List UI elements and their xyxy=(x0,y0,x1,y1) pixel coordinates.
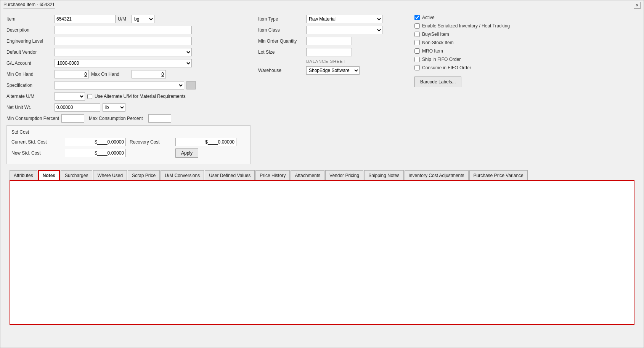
item-label: Item xyxy=(6,16,52,22)
tab-notes[interactable]: Notes xyxy=(38,170,60,180)
tab-um-conversions[interactable]: U/M Conversions xyxy=(161,170,204,180)
lot-size-input[interactable] xyxy=(306,48,352,56)
tabs-bar: Attributes Notes Surcharges Where Used S… xyxy=(6,170,638,180)
tab-shipping-notes[interactable]: Shipping Notes xyxy=(364,170,403,180)
form-section: Item U/M bg Description Engineering Leve… xyxy=(6,15,638,164)
serialized-row: Enable Serialized Inventory / Heat Track… xyxy=(414,23,638,29)
new-std-cost-label: New Std. Cost xyxy=(11,150,61,156)
serialized-checkbox[interactable] xyxy=(414,23,420,29)
default-vendor-row: Default Vendor xyxy=(6,48,251,56)
barcode-labels-button[interactable]: Barcode Labels... xyxy=(414,77,461,87)
gl-account-select[interactable]: 1000-0000 xyxy=(55,59,192,67)
tab-content-notes xyxy=(10,180,634,325)
min-consumption-label: Min Consumption Percent xyxy=(6,116,59,121)
ship-fifo-row: Ship in FIFO Order xyxy=(414,57,638,62)
non-stock-row: Non-Stock Item xyxy=(414,40,638,45)
recovery-cost-input[interactable] xyxy=(175,138,236,146)
balance-sheet-row: BALANCE SHEET xyxy=(258,59,403,64)
buy-sell-checkbox[interactable] xyxy=(414,32,420,37)
tab-user-defined-values[interactable]: User Defined Values xyxy=(205,170,255,180)
max-consumption-input[interactable] xyxy=(148,114,171,123)
close-button[interactable]: × xyxy=(634,2,641,9)
tab-attributes[interactable]: Attributes xyxy=(10,170,37,180)
item-type-row: Item Type Raw Material Finished Good Sub… xyxy=(258,15,403,23)
consume-fifo-checkbox[interactable] xyxy=(414,65,420,70)
buy-sell-row: Buy/Sell Item xyxy=(414,32,638,37)
use-alt-um-checkbox[interactable] xyxy=(87,94,92,99)
item-class-select[interactable] xyxy=(306,26,382,34)
tab-purchase-price-variance[interactable]: Purchase Price Variance xyxy=(469,170,528,180)
active-checkbox[interactable] xyxy=(414,15,420,20)
um-select[interactable]: bg xyxy=(132,15,154,23)
item-input[interactable] xyxy=(55,15,116,23)
specification-select[interactable] xyxy=(55,81,184,89)
non-stock-checkbox[interactable] xyxy=(414,40,420,45)
main-content: Item U/M bg Description Engineering Leve… xyxy=(0,10,644,348)
min-order-qty-label: Min Order Quantity xyxy=(258,38,304,44)
balance-sheet-label: BALANCE SHEET xyxy=(306,59,346,64)
net-unit-wt-input[interactable] xyxy=(55,103,100,112)
warehouse-row: Warehouse ShopEdge Software xyxy=(258,66,403,75)
net-unit-wt-row: Net Unit Wt. lb xyxy=(6,103,251,112)
gl-account-label: G/L Account xyxy=(6,61,52,66)
min-on-hand-label: Min On Hand xyxy=(6,72,52,77)
lot-size-label: Lot Size xyxy=(258,49,304,55)
specification-label: Specification xyxy=(6,83,52,88)
item-row: Item U/M bg xyxy=(6,15,251,23)
net-unit-wt-label: Net Unit Wt. xyxy=(6,105,52,110)
min-on-hand-input[interactable] xyxy=(55,70,89,78)
new-std-cost-input[interactable] xyxy=(65,149,126,157)
alt-um-select[interactable] xyxy=(55,92,85,101)
ship-fifo-checkbox[interactable] xyxy=(414,57,420,62)
description-label: Description xyxy=(6,27,52,33)
active-label: Active xyxy=(422,15,435,20)
description-row: Description xyxy=(6,26,251,34)
alt-um-row: Alternate U/M Use Alternate U/M for Mate… xyxy=(6,92,251,101)
min-order-qty-input[interactable] xyxy=(306,37,352,45)
tab-vendor-pricing[interactable]: Vendor Pricing xyxy=(325,170,363,180)
mro-label: MRO Item xyxy=(422,48,443,54)
use-alt-um-label: Use Alternate U/M for Material Requireme… xyxy=(95,94,186,99)
tab-attachments[interactable]: Attachments xyxy=(291,170,324,180)
serialized-label: Enable Serialized Inventory / Heat Track… xyxy=(422,23,510,29)
cost-row-2: New Std. Cost Apply xyxy=(11,148,246,158)
color-swatch[interactable] xyxy=(186,81,196,89)
item-type-select[interactable]: Raw Material Finished Good Sub-Assembly xyxy=(306,15,382,23)
tab-price-history[interactable]: Price History xyxy=(255,170,290,180)
max-on-hand-input[interactable] xyxy=(132,70,166,78)
default-vendor-select[interactable] xyxy=(55,48,192,56)
engineering-level-row: Engineering Level xyxy=(6,37,251,45)
um-label: U/M xyxy=(118,16,129,22)
engineering-level-input[interactable] xyxy=(55,37,192,45)
form-right: Active Enable Serialized Inventory / Hea… xyxy=(411,15,638,164)
current-std-cost-label: Current Std. Cost xyxy=(11,139,61,145)
item-type-label: Item Type xyxy=(258,16,304,22)
default-vendor-label: Default Vendor xyxy=(6,49,52,55)
consumption-row: Min Consumption Percent Max Consumption … xyxy=(6,114,251,123)
warehouse-select[interactable]: ShopEdge Software xyxy=(306,66,360,75)
description-input[interactable] xyxy=(55,26,192,34)
max-on-hand-label: Max On Hand xyxy=(91,72,129,77)
tab-surcharges[interactable]: Surcharges xyxy=(61,170,92,180)
wt-unit-select[interactable]: lb xyxy=(103,103,125,112)
apply-button[interactable]: Apply xyxy=(175,148,198,158)
tab-inventory-cost-adjustments[interactable]: Inventory Cost Adjustments xyxy=(405,170,469,180)
current-std-cost-input[interactable] xyxy=(65,138,126,146)
tab-scrap-price[interactable]: Scrap Price xyxy=(128,170,160,180)
specification-row: Specification xyxy=(6,81,251,89)
active-row: Active xyxy=(414,15,638,20)
title-bar: Purchased Item - 654321 × xyxy=(0,0,644,10)
window-title: Purchased Item - 654321 xyxy=(3,2,55,8)
consume-fifo-label: Consume in FIFO Order xyxy=(422,65,471,70)
engineering-level-label: Engineering Level xyxy=(6,38,52,44)
tab-where-used[interactable]: Where Used xyxy=(93,170,127,180)
consume-fifo-row: Consume in FIFO Order xyxy=(414,65,638,70)
recovery-cost-label: Recovery Cost xyxy=(130,139,172,145)
warehouse-label: Warehouse xyxy=(258,68,304,73)
min-consumption-input[interactable] xyxy=(61,114,84,123)
buy-sell-label: Buy/Sell Item xyxy=(422,32,449,37)
gl-account-row: G/L Account 1000-0000 xyxy=(6,59,251,67)
mro-checkbox[interactable] xyxy=(414,48,420,54)
std-cost-title: Std Cost xyxy=(11,129,246,135)
form-right-inner: Active Enable Serialized Inventory / Hea… xyxy=(411,15,638,87)
